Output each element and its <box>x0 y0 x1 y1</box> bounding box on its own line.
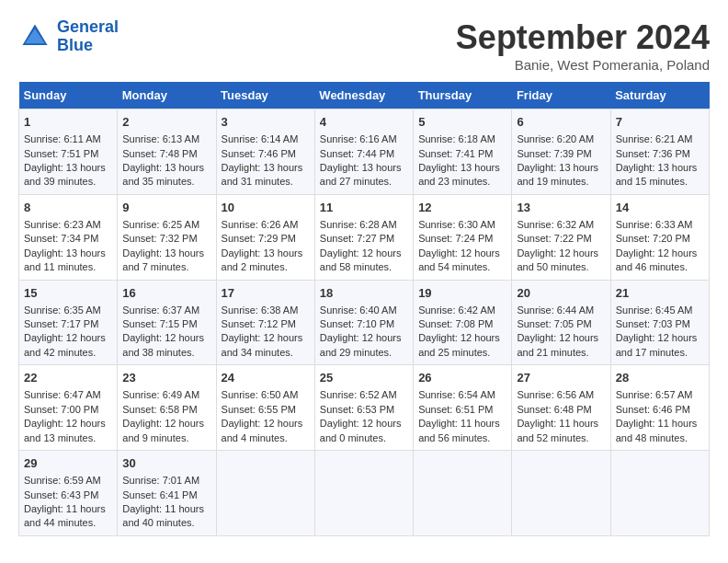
calendar-table: Sunday Monday Tuesday Wednesday Thursday… <box>18 82 710 536</box>
logo: General Blue <box>18 18 119 55</box>
table-row: 29Sunrise: 6:59 AMSunset: 6:43 PMDayligh… <box>19 451 118 536</box>
table-row: 23Sunrise: 6:49 AMSunset: 6:58 PMDayligh… <box>118 365 216 451</box>
table-row: 21Sunrise: 6:45 AMSunset: 7:03 PMDayligh… <box>610 280 709 365</box>
table-row: 22Sunrise: 6:47 AMSunset: 7:00 PMDayligh… <box>19 365 118 451</box>
table-row: 2Sunrise: 6:13 AMSunset: 7:48 PMDaylight… <box>118 109 216 195</box>
table-row: 7Sunrise: 6:21 AMSunset: 7:36 PMDaylight… <box>610 109 709 195</box>
table-row <box>414 451 512 536</box>
table-row: 16Sunrise: 6:37 AMSunset: 7:15 PMDayligh… <box>118 280 216 365</box>
table-row: 5Sunrise: 6:18 AMSunset: 7:41 PMDaylight… <box>414 109 512 195</box>
table-row: 25Sunrise: 6:52 AMSunset: 6:53 PMDayligh… <box>314 365 413 451</box>
logo-icon <box>18 20 51 53</box>
title-block: September 2024 Banie, West Pomerania, Po… <box>456 18 710 73</box>
table-row: 1Sunrise: 6:11 AMSunset: 7:51 PMDaylight… <box>19 109 118 195</box>
col-friday: Friday <box>512 82 610 109</box>
table-row: 12Sunrise: 6:30 AMSunset: 7:24 PMDayligh… <box>414 194 512 280</box>
table-row: 14Sunrise: 6:33 AMSunset: 7:20 PMDayligh… <box>610 194 709 280</box>
page-header: General Blue September 2024 Banie, West … <box>18 18 710 73</box>
table-row: 10Sunrise: 6:26 AMSunset: 7:29 PMDayligh… <box>216 194 314 280</box>
table-row: 18Sunrise: 6:40 AMSunset: 7:10 PMDayligh… <box>314 280 413 365</box>
table-row: 3Sunrise: 6:14 AMSunset: 7:46 PMDaylight… <box>216 109 314 195</box>
table-row: 28Sunrise: 6:57 AMSunset: 6:46 PMDayligh… <box>610 365 709 451</box>
col-tuesday: Tuesday <box>216 82 314 109</box>
table-row: 11Sunrise: 6:28 AMSunset: 7:27 PMDayligh… <box>314 194 413 280</box>
table-row: 6Sunrise: 6:20 AMSunset: 7:39 PMDaylight… <box>512 109 610 195</box>
table-row: 27Sunrise: 6:56 AMSunset: 6:48 PMDayligh… <box>512 365 610 451</box>
logo-line1: General <box>57 17 119 36</box>
table-row: 26Sunrise: 6:54 AMSunset: 6:51 PMDayligh… <box>414 365 512 451</box>
col-saturday: Saturday <box>610 82 709 109</box>
table-row: 4Sunrise: 6:16 AMSunset: 7:44 PMDaylight… <box>314 109 413 195</box>
logo-line2: Blue <box>57 36 93 54</box>
table-row: 24Sunrise: 6:50 AMSunset: 6:55 PMDayligh… <box>216 365 314 451</box>
table-row: 30Sunrise: 7:01 AMSunset: 6:41 PMDayligh… <box>118 451 216 536</box>
location-subtitle: Banie, West Pomerania, Poland <box>456 57 710 73</box>
col-monday: Monday <box>118 82 216 109</box>
table-row: 8Sunrise: 6:23 AMSunset: 7:34 PMDaylight… <box>19 194 118 280</box>
col-thursday: Thursday <box>414 82 512 109</box>
col-sunday: Sunday <box>19 82 118 109</box>
table-row: 15Sunrise: 6:35 AMSunset: 7:17 PMDayligh… <box>19 280 118 365</box>
table-row <box>512 451 610 536</box>
table-row <box>610 451 709 536</box>
table-row <box>314 451 413 536</box>
table-row: 19Sunrise: 6:42 AMSunset: 7:08 PMDayligh… <box>414 280 512 365</box>
calendar-header-row: Sunday Monday Tuesday Wednesday Thursday… <box>19 82 710 109</box>
table-row: 13Sunrise: 6:32 AMSunset: 7:22 PMDayligh… <box>512 194 610 280</box>
table-row <box>216 451 314 536</box>
month-title: September 2024 <box>456 18 710 57</box>
col-wednesday: Wednesday <box>314 82 413 109</box>
table-row: 9Sunrise: 6:25 AMSunset: 7:32 PMDaylight… <box>118 194 216 280</box>
logo-text: General Blue <box>57 18 119 55</box>
table-row: 20Sunrise: 6:44 AMSunset: 7:05 PMDayligh… <box>512 280 610 365</box>
table-row: 17Sunrise: 6:38 AMSunset: 7:12 PMDayligh… <box>216 280 314 365</box>
